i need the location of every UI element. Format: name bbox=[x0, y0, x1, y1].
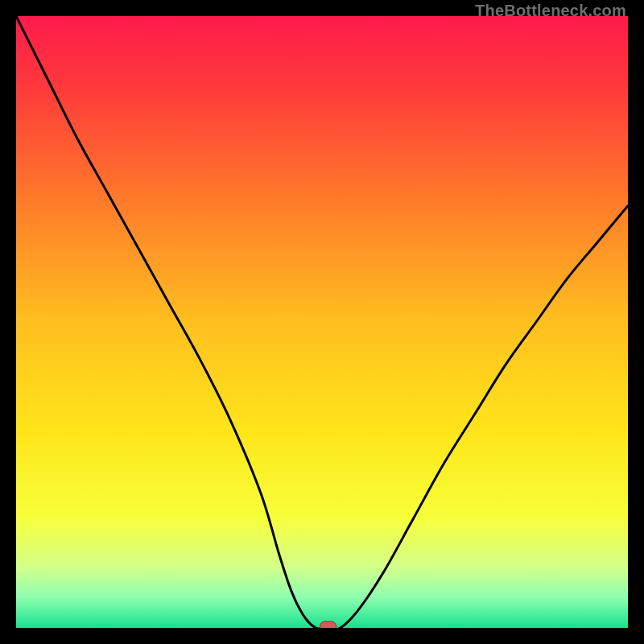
bottleneck-chart bbox=[16, 16, 628, 628]
plot-area bbox=[16, 16, 628, 628]
optimal-point-marker bbox=[320, 621, 336, 628]
chart-frame: TheBottleneck.com bbox=[0, 0, 644, 644]
